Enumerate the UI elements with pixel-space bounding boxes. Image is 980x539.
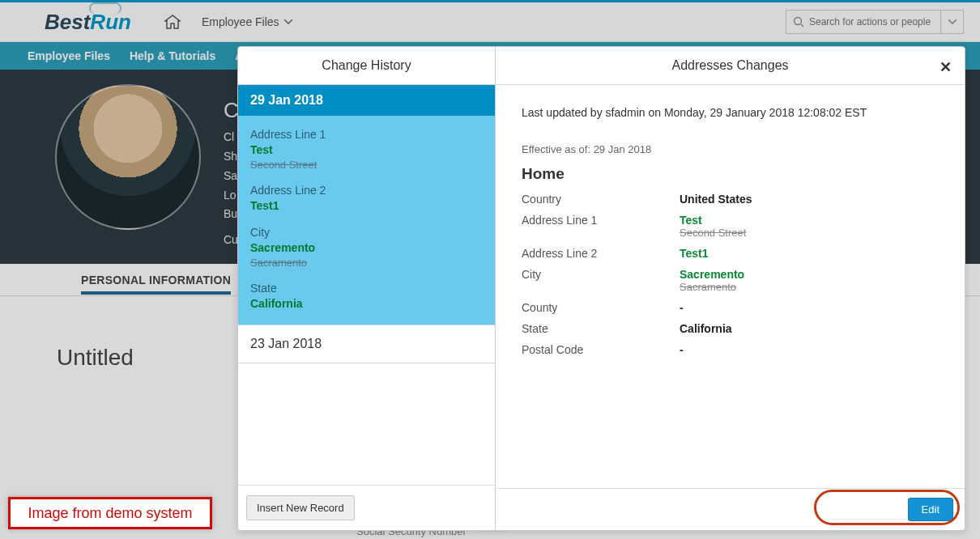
- field-row-address2: Address Line 2 Test1: [522, 247, 939, 260]
- last-updated-text: Last updated by sfadmin on Monday, 29 Ja…: [522, 106, 939, 119]
- history-entry-selected[interactable]: 29 Jan 2018: [238, 85, 495, 116]
- change-history-dialog: Change History 29 Jan 2018 Address Line …: [237, 46, 965, 531]
- effective-date-text: Effective as of: 29 Jan 2018: [522, 143, 939, 155]
- change-item: Address Line 1 Test Second Street: [250, 127, 483, 172]
- field-row-county: County -: [522, 301, 939, 314]
- left-pane-title: Change History: [238, 47, 495, 85]
- history-entry[interactable]: 23 Jan 2018: [238, 325, 495, 363]
- close-icon[interactable]: ✕: [940, 58, 952, 76]
- field-row-address1: Address Line 1 Test Second Street: [522, 214, 939, 239]
- field-row-country: Country United States: [522, 193, 939, 206]
- address-type-heading: Home: [522, 165, 939, 183]
- history-list-pane: Change History 29 Jan 2018 Address Line …: [238, 47, 496, 530]
- insert-new-record-button[interactable]: Insert New Record: [246, 495, 355, 520]
- history-entry-changes: Address Line 1 Test Second Street Addres…: [238, 116, 495, 325]
- field-row-postal: Postal Code -: [522, 343, 939, 356]
- change-item: Address Line 2 Test1: [250, 183, 483, 214]
- edit-button[interactable]: Edit: [908, 498, 953, 521]
- field-row-city: City Sacremento Sacramento: [522, 268, 939, 293]
- demo-annotation: Image from demo system: [8, 497, 212, 529]
- change-item: State California: [250, 281, 483, 312]
- details-body: Last updated by sfadmin on Monday, 29 Ja…: [496, 85, 965, 488]
- details-pane: Addresses Changes ✕ Last updated by sfad…: [496, 47, 965, 530]
- change-item: City Sacremento Sacramento: [250, 225, 483, 270]
- field-row-state: State California: [522, 322, 939, 335]
- right-pane-title: Addresses Changes ✕: [496, 47, 965, 85]
- details-footer: Edit: [496, 488, 965, 530]
- left-pane-footer: Insert New Record: [238, 485, 495, 530]
